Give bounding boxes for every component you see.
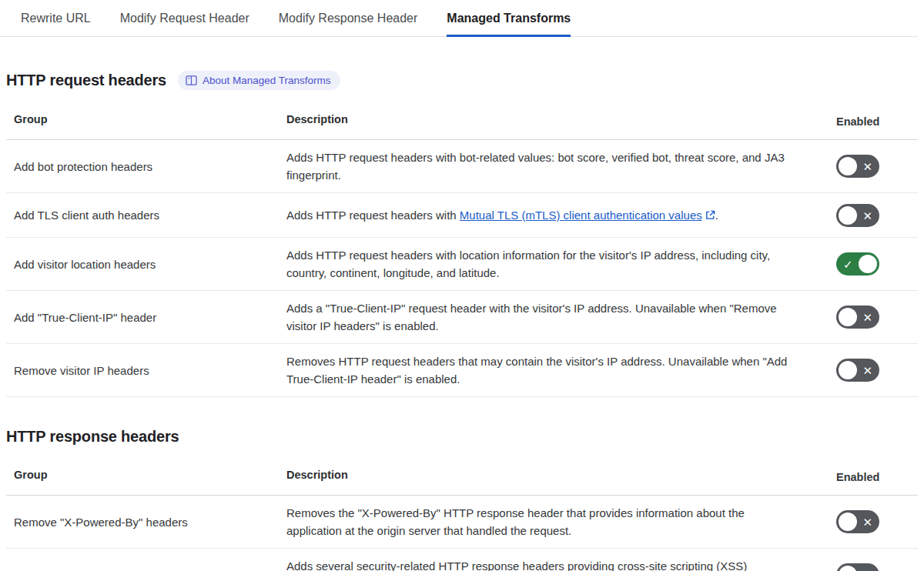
group-cell: Add visitor location headers: [14, 255, 286, 273]
description-cell: Adds HTTP request headers with bot-relat…: [286, 149, 818, 184]
group-cell: Add "True-Client-IP" header: [14, 309, 286, 326]
request-headers-heading: HTTP request headers: [6, 72, 166, 89]
toggle-knob: [839, 361, 857, 379]
x-icon: ✕: [862, 209, 872, 221]
column-header-group: Group: [14, 469, 286, 486]
column-header-enabled: Enabled: [818, 113, 918, 131]
x-icon: ✕: [862, 161, 872, 172]
toggle-remove-x-powered-by-headers[interactable]: ✕: [836, 510, 879, 533]
response-headers-table: Group Description Enabled Remove "X-Powe…: [6, 459, 918, 571]
table-header-row: Group Description Enabled: [6, 459, 918, 496]
toggle-add-true-client-ip-header[interactable]: ✕: [836, 306, 879, 329]
table-row: Remove "X-Powered-By" headers Removes th…: [6, 496, 918, 549]
toggle-knob: [839, 157, 857, 175]
description-cell: Removes the "X-Powered-By" HTTP response…: [286, 504, 818, 539]
response-headers-heading: HTTP response headers: [6, 428, 179, 446]
x-icon: ✕: [862, 312, 872, 323]
toggle-add-visitor-location-headers[interactable]: ✓: [836, 252, 879, 275]
toggle-knob: [839, 308, 857, 326]
x-icon: ✕: [862, 365, 872, 376]
table-header-row: Group Description Enabled: [6, 104, 918, 140]
check-icon: ✓: [843, 259, 853, 270]
badge-label: About Managed Transforms: [203, 75, 331, 86]
description-cell: Adds HTTP request headers with Mutual TL…: [286, 206, 818, 224]
toggle-add-bot-protection-headers[interactable]: ✕: [836, 155, 879, 178]
description-cell: Removes HTTP request headers that may co…: [286, 352, 818, 388]
description-cell: Adds HTTP request headers with location …: [286, 246, 818, 282]
table-row: Add security headers Adds several securi…: [6, 549, 918, 571]
toggle-remove-visitor-ip-headers[interactable]: ✕: [836, 359, 879, 382]
about-managed-transforms-link[interactable]: About Managed Transforms: [178, 71, 340, 90]
table-row: Remove visitor IP headers Removes HTTP r…: [6, 344, 918, 397]
external-link-icon[interactable]: [705, 210, 715, 220]
toggle-add-tls-client-auth-headers[interactable]: ✕: [836, 204, 879, 227]
transform-rules-tabbar: Rewrite URL Modify Request Header Modify…: [0, 0, 918, 37]
tab-managed-transforms[interactable]: Managed Transforms: [447, 0, 571, 37]
column-header-enabled: Enabled: [818, 469, 918, 486]
tab-modify-response-header[interactable]: Modify Response Header: [279, 0, 418, 37]
toggle-knob: [839, 566, 857, 571]
book-icon: [186, 75, 197, 85]
toggle-knob: [839, 513, 857, 531]
table-row: Add TLS client auth headers Adds HTTP re…: [6, 193, 918, 238]
toggle-add-security-headers[interactable]: ✕: [836, 563, 879, 571]
table-row: Add bot protection headers Adds HTTP req…: [6, 140, 918, 193]
group-cell: Remove "X-Powered-By" headers: [14, 513, 286, 531]
group-cell: Add bot protection headers: [14, 158, 286, 175]
table-row: Add "True-Client-IP" header Adds a "True…: [6, 291, 918, 344]
tab-rewrite-url[interactable]: Rewrite URL: [21, 0, 91, 37]
column-header-description: Description: [286, 113, 818, 131]
group-cell: Add TLS client auth headers: [14, 206, 286, 224]
column-header-group: Group: [14, 113, 286, 131]
description-text: .: [715, 209, 718, 222]
group-cell: Add security headers: [14, 566, 286, 571]
request-headers-table: Group Description Enabled Add bot protec…: [6, 104, 918, 397]
toggle-knob: [859, 255, 877, 273]
tab-modify-request-header[interactable]: Modify Request Header: [120, 0, 249, 37]
description-text: Adds HTTP request headers with: [286, 209, 460, 222]
column-header-description: Description: [286, 469, 818, 486]
group-cell: Remove visitor IP headers: [14, 362, 286, 379]
table-row: Add visitor location headers Adds HTTP r…: [6, 238, 918, 291]
description-cell: Adds a "True-Client-IP" request header w…: [286, 299, 818, 335]
toggle-knob: [839, 206, 857, 225]
x-icon: ✕: [862, 516, 872, 528]
description-cell: Adds several security-related HTTP respo…: [286, 557, 818, 571]
mtls-doc-link[interactable]: Mutual TLS (mTLS) client authentication …: [460, 209, 702, 222]
